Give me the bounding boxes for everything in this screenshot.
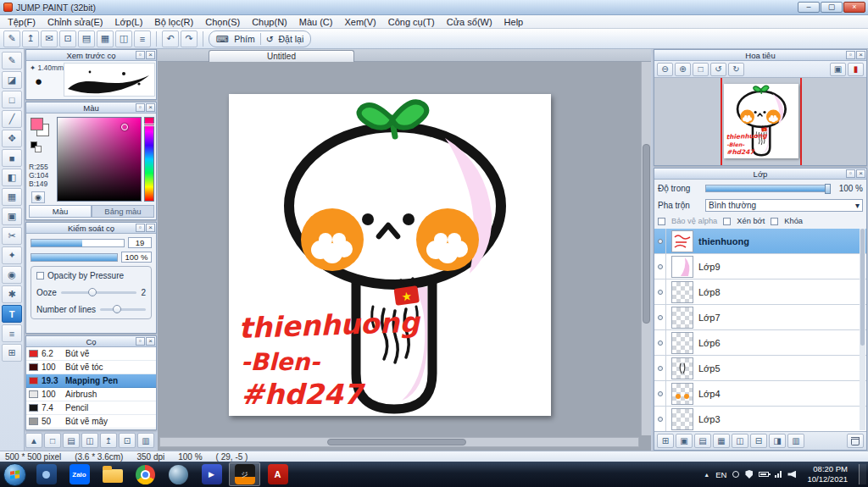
- save-icon[interactable]: ◫: [81, 433, 98, 448]
- navigator-preview[interactable]: [654, 78, 866, 165]
- navigator-thumbnail[interactable]: [724, 84, 798, 158]
- foreground-color-swatch[interactable]: [31, 118, 43, 130]
- close-icon[interactable]: ×: [856, 51, 865, 59]
- menu-layer[interactable]: Lớp(L): [108, 15, 148, 28]
- layer-visibility-toggle[interactable]: [654, 254, 666, 279]
- panel-grid-icon[interactable]: ▦: [97, 30, 114, 47]
- menu-icon[interactable]: ≡: [134, 30, 151, 47]
- lasso-tool[interactable]: ✂: [2, 227, 22, 245]
- taskbar-acrobat-icon[interactable]: A: [262, 462, 293, 486]
- taskbar-remote-app-icon[interactable]: [31, 462, 62, 486]
- popout-icon[interactable]: ▫: [846, 169, 855, 178]
- new-canvas-icon[interactable]: □: [44, 433, 61, 448]
- menu-window[interactable]: Cửa sổ(W): [441, 15, 498, 28]
- document-tab[interactable]: Untitled: [209, 50, 354, 62]
- tray-network-icon[interactable]: [775, 471, 782, 478]
- zoom-out-icon[interactable]: ⊖: [657, 63, 673, 76]
- menu-edit[interactable]: Chỉnh sửa(E): [42, 15, 108, 28]
- close-icon[interactable]: ×: [146, 224, 155, 232]
- layer-visibility-toggle[interactable]: [654, 279, 666, 304]
- clipping-icon[interactable]: ◨: [769, 434, 786, 448]
- merge-down-icon[interactable]: ⊟: [750, 434, 767, 448]
- close-icon[interactable]: ×: [146, 103, 155, 112]
- layer-visibility-toggle[interactable]: [654, 330, 666, 355]
- maximize-button[interactable]: ▢: [821, 2, 843, 13]
- drawing-canvas[interactable]: [229, 94, 551, 416]
- canvas-horizontal-scrollbar[interactable]: [159, 437, 639, 447]
- tab-palette[interactable]: Bảng màu: [92, 205, 154, 218]
- brush-size-value[interactable]: 19: [128, 237, 152, 248]
- hidden-icons-arrow[interactable]: ▲: [704, 472, 709, 478]
- fill-rect-tool[interactable]: ■: [2, 149, 22, 167]
- brush-settings-icon[interactable]: ✎: [3, 30, 20, 47]
- brush-list-item[interactable]: 7.4 Pencil: [26, 401, 156, 415]
- collapse-panel-icon[interactable]: ▲: [25, 433, 42, 448]
- layer-row[interactable]: Lớp8: [654, 279, 866, 305]
- brush-opacity-slider[interactable]: [31, 253, 118, 262]
- clipping-checkbox[interactable]: [723, 218, 731, 225]
- panel-columns-icon[interactable]: ◫: [115, 30, 132, 47]
- popout-icon[interactable]: ▫: [136, 51, 145, 59]
- undo-icon[interactable]: ↶: [162, 30, 179, 47]
- popout-icon[interactable]: ▫: [136, 224, 145, 232]
- guide-icon[interactable]: ▮: [848, 63, 864, 76]
- saturation-value-picker[interactable]: [57, 117, 142, 202]
- tray-volume-icon[interactable]: [787, 471, 796, 479]
- start-button[interactable]: [3, 463, 26, 486]
- brush-list-item[interactable]: 100 Airbrush: [26, 388, 156, 401]
- redo-icon[interactable]: ↷: [181, 30, 198, 47]
- popout-icon[interactable]: ▫: [846, 51, 855, 59]
- canvas-vertical-scrollbar[interactable]: [641, 62, 651, 435]
- taskbar-photos-app-icon[interactable]: [163, 462, 194, 486]
- layer-row[interactable]: Lớp7: [654, 305, 866, 330]
- layer-row[interactable]: Lớp4: [654, 381, 866, 407]
- layer-row[interactable]: Lớp3: [654, 407, 866, 431]
- taskbar-media-player-icon[interactable]: ▶: [196, 462, 227, 486]
- zoom-in-icon[interactable]: ⊕: [675, 63, 691, 76]
- actual-size-icon[interactable]: ▣: [830, 63, 846, 76]
- number-of-lines-slider[interactable]: [100, 308, 146, 311]
- hue-slider[interactable]: [144, 117, 154, 202]
- color-picker-cursor[interactable]: [121, 124, 128, 130]
- lock-checkbox[interactable]: [771, 218, 778, 225]
- brush-list-item[interactable]: 6.2 Bút vẽ: [26, 347, 156, 361]
- reset-button[interactable]: Đặt lại: [278, 34, 303, 44]
- brush-size-slider[interactable]: [31, 239, 125, 247]
- taskbar-jump-paint-icon[interactable]: ジ: [229, 462, 260, 486]
- layer-grid-icon[interactable]: ▦: [713, 434, 730, 448]
- rotate-right-icon[interactable]: ↻: [728, 63, 744, 76]
- menu-color[interactable]: Màu (C): [293, 15, 339, 28]
- copy-icon[interactable]: ⊡: [119, 433, 136, 448]
- menu-filter[interactable]: Bộ lọc(R): [148, 15, 199, 28]
- layer-visibility-toggle[interactable]: [654, 356, 666, 380]
- panel-fold-tool[interactable]: ≡: [2, 324, 22, 342]
- close-button[interactable]: ×: [843, 2, 865, 13]
- brush-opacity-value[interactable]: 100 %: [121, 252, 152, 263]
- pen-tool[interactable]: ✎: [2, 52, 22, 69]
- protect-alpha-checkbox[interactable]: [658, 218, 665, 225]
- export-icon[interactable]: ↥: [100, 433, 117, 448]
- close-icon[interactable]: ×: [146, 51, 155, 59]
- keys-button[interactable]: Phím: [234, 34, 255, 44]
- close-icon[interactable]: ×: [146, 337, 155, 346]
- fit-window-icon[interactable]: □: [693, 63, 709, 76]
- feedback-icon[interactable]: ✉: [41, 30, 58, 47]
- taskbar-clock[interactable]: 08:20 PM 10/12/2021: [807, 464, 848, 484]
- taskbar-zalo-icon[interactable]: Zalo: [64, 462, 95, 486]
- minimize-button[interactable]: –: [798, 2, 820, 13]
- eyedropper-tool[interactable]: ◉: [2, 266, 22, 284]
- eyedropper-icon[interactable]: ◉: [31, 191, 45, 203]
- layer-visibility-toggle[interactable]: [654, 407, 666, 431]
- snapshot-layer-icon[interactable]: ▣: [676, 434, 693, 448]
- brush-list-item[interactable]: 50 Bút vẽ mây: [26, 415, 156, 429]
- tray-battery-icon[interactable]: [759, 472, 769, 477]
- text-tool[interactable]: T: [2, 305, 22, 323]
- layer-folder-icon[interactable]: ▤: [694, 434, 711, 448]
- gradient-tool[interactable]: ▦: [2, 188, 22, 206]
- line-tool[interactable]: ╱: [2, 110, 22, 128]
- show-desktop-button[interactable]: [859, 464, 866, 484]
- move-tool[interactable]: ✥: [2, 130, 22, 147]
- add-layer-icon[interactable]: ⊞: [657, 434, 674, 448]
- layer-row[interactable]: Lớp6: [654, 330, 866, 356]
- publish-icon[interactable]: ↥: [22, 30, 39, 47]
